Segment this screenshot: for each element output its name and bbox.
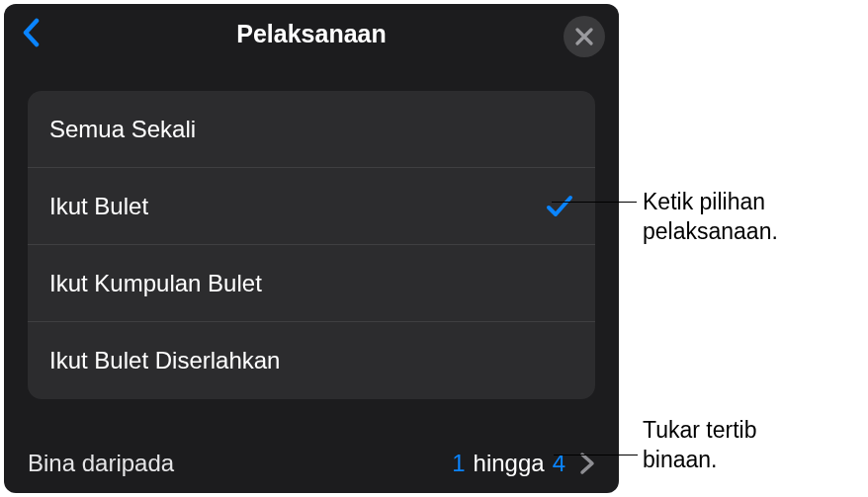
option-label: Semua Sekali [49, 116, 196, 143]
callout-delivery-option: Ketik pilihan pelaksanaan. [643, 188, 778, 247]
option-by-bullet[interactable]: Ikut Bulet [28, 168, 595, 245]
callout-build-order: Tukar tertib binaan. [643, 416, 756, 475]
option-label: Ikut Bulet Diserlahkan [49, 347, 280, 374]
delivery-options-list: Semua Sekali Ikut Bulet Ikut Kumpulan Bu… [28, 91, 595, 399]
panel-title: Pelaksanaan [236, 20, 387, 48]
build-from-start: 1 [452, 450, 465, 477]
callout-text: binaan. [643, 447, 717, 472]
callout-text: Ketik pilihan [643, 189, 765, 214]
callout-leader-2 [554, 455, 638, 456]
option-label: Ikut Bulet [49, 193, 148, 220]
option-all-at-once[interactable]: Semua Sekali [28, 91, 595, 168]
chevron-left-icon [22, 18, 42, 47]
option-label: Ikut Kumpulan Bulet [49, 270, 262, 297]
panel-header: Pelaksanaan [4, 4, 619, 63]
checkmark-icon [546, 193, 573, 220]
callout-text: pelaksanaan. [643, 218, 778, 244]
delivery-panel: Pelaksanaan Semua Sekali Ikut Bulet Ikut… [4, 4, 619, 493]
back-button[interactable] [22, 18, 42, 47]
option-by-bullet-group[interactable]: Ikut Kumpulan Bulet [28, 245, 595, 322]
build-from-label: Bina daripada [28, 450, 174, 477]
build-from-row[interactable]: Bina daripada 1 hingga 4 [28, 450, 595, 477]
build-from-word: hingga [474, 450, 545, 477]
option-by-highlighted-bullet[interactable]: Ikut Bulet Diserlahkan [28, 322, 595, 399]
close-button[interactable] [564, 16, 605, 57]
callout-leader-1 [552, 202, 637, 203]
close-icon [575, 28, 593, 45]
callout-text: Tukar tertib [643, 417, 756, 443]
